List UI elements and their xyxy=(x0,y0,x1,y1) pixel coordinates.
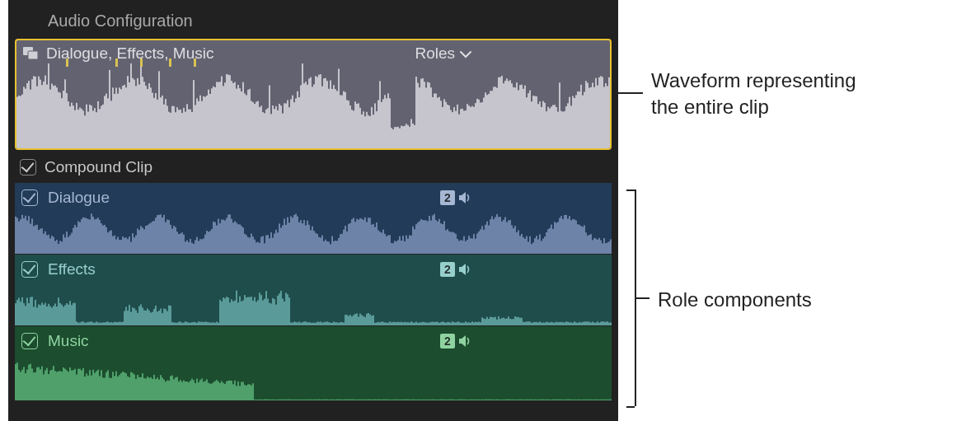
lane-music[interactable]: Music 2 xyxy=(15,326,612,400)
lane-dialogue-channel-badge: 2 xyxy=(440,190,473,205)
lane-music-channel-badge: 2 xyxy=(440,334,473,348)
compound-clip-row: Compound Clip xyxy=(15,150,612,183)
main-clip-title: Dialogue, Effects, Music xyxy=(46,44,415,63)
speaker-icon xyxy=(458,334,473,348)
chevron-down-icon xyxy=(460,44,471,63)
lane-effects[interactable]: Effects 2 xyxy=(15,255,612,325)
roles-dropdown-label: Roles xyxy=(415,44,455,63)
speaker-icon xyxy=(458,263,473,276)
callout-waveform-text: Waveform representing the entire clip xyxy=(651,68,856,121)
lane-music-label: Music xyxy=(48,332,440,350)
callout-components: Role components xyxy=(626,189,973,412)
callout-components-text: Role components xyxy=(658,287,812,313)
speaker-icon xyxy=(458,191,473,204)
lane-effects-checkbox[interactable] xyxy=(21,261,38,278)
lane-dialogue-label: Dialogue xyxy=(48,189,440,207)
main-clip[interactable]: Dialogue, Effects, Music Roles xyxy=(15,39,612,150)
lane-effects-label: Effects xyxy=(48,260,440,278)
roles-dropdown[interactable]: Roles xyxy=(415,44,471,63)
compound-clip-checkbox[interactable] xyxy=(20,159,36,175)
audio-config-panel: Audio Configuration Dialogue, Effects, M… xyxy=(8,0,618,421)
lane-dialogue-checkbox[interactable] xyxy=(21,189,38,206)
lane-effects-channel-badge: 2 xyxy=(440,262,473,277)
lane-music-checkbox[interactable] xyxy=(21,333,38,349)
svg-rect-1 xyxy=(28,51,38,59)
compound-clip-icon xyxy=(23,47,40,60)
compound-clip-label: Compound Clip xyxy=(45,158,152,176)
lane-dialogue[interactable]: Dialogue 2 xyxy=(15,183,612,254)
panel-title: Audio Configuration xyxy=(15,5,612,39)
